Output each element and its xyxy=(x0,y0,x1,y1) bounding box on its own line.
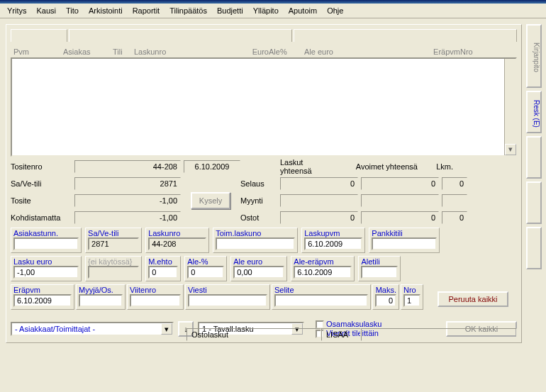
lbl-lkm: Lkm. xyxy=(418,162,453,171)
input-pankkitili[interactable] xyxy=(372,237,437,250)
input-toimlaskuno[interactable] xyxy=(216,237,295,250)
val-ostot-lkm: 0 xyxy=(442,211,467,224)
lbl-tositenro: Tositenro xyxy=(11,162,74,171)
col-asiakas: Asiakas xyxy=(63,47,113,56)
scrollbar[interactable]: ▾ xyxy=(504,59,516,155)
col-tili: Tili xyxy=(113,47,134,56)
col-pvm: Pvm xyxy=(13,47,63,56)
side-resk[interactable]: Resk (E) xyxy=(526,91,542,133)
status-bar: Ostolaskut LISÄÄ xyxy=(11,328,517,341)
lbl-mehto: M.ehto xyxy=(148,257,178,266)
tab-3[interactable] xyxy=(294,29,517,42)
val-myynti-a xyxy=(361,194,439,207)
lbl-ostot: Ostot xyxy=(240,213,280,222)
grid-header: Pvm Asiakas Tili Laskunro Euro Ale% Ale … xyxy=(11,43,517,57)
lbl-f-laskunro: Laskunro xyxy=(148,229,206,237)
invoice-list[interactable]: ▾ xyxy=(11,57,517,157)
lbl-f-savetili: Sa/Ve-tili xyxy=(88,229,139,237)
status-empty xyxy=(361,328,517,341)
lbl-laskut: Laskut yhteensä xyxy=(240,158,333,175)
input-eikaytossa xyxy=(88,266,139,279)
side-kirjanpito[interactable]: Kirjanpito xyxy=(526,24,542,88)
lbl-aletili: Aletili xyxy=(361,257,398,266)
side-btn-4[interactable] xyxy=(526,181,542,224)
val-savetili: 2871 xyxy=(74,177,181,190)
input-laskueuro[interactable] xyxy=(13,266,79,279)
input-selite[interactable] xyxy=(274,294,368,307)
kysely-button[interactable]: Kysely xyxy=(191,192,230,209)
col-aleeuro: Ale euro xyxy=(304,47,396,56)
input-nro[interactable] xyxy=(403,294,420,307)
right-toolbar: Kirjanpito Resk (E) xyxy=(526,24,542,343)
input-maks[interactable] xyxy=(375,294,396,307)
menu-aputoim[interactable]: Aputoim xyxy=(284,5,321,16)
menu-yllapito[interactable]: Ylläpito xyxy=(249,5,283,16)
val-ostot-l: 0 xyxy=(280,211,358,224)
val-myynti-lkm xyxy=(442,194,467,207)
lbl-viesti: Viesti xyxy=(188,286,267,294)
menu-tito[interactable]: Tito xyxy=(62,5,83,16)
val-tositenro: 44-208 xyxy=(74,160,181,173)
lbl-selaus: Selaus xyxy=(240,179,280,188)
lbl-avoimet: Avoimet yhteensä xyxy=(333,162,418,171)
lbl-asiakastunn: Asiakastunn. xyxy=(13,229,79,237)
lbl-viitenro: Viitenro xyxy=(130,286,181,294)
menu-arkistointi[interactable]: Arkistointi xyxy=(84,5,127,16)
col-euro: Euro xyxy=(233,47,269,56)
input-laskupvm[interactable] xyxy=(304,237,362,250)
val-selaus-a: 0 xyxy=(361,177,439,190)
input-mehto[interactable] xyxy=(148,266,178,279)
menu-yritys[interactable]: Yritys xyxy=(3,5,31,16)
lbl-pankkitili: Pankkitili xyxy=(372,229,437,237)
lbl-savetili: Sa/Ve-tili xyxy=(11,179,74,188)
side-btn-3[interactable] xyxy=(526,136,542,179)
input-erapvm[interactable] xyxy=(13,294,72,307)
input-aleerapvm[interactable] xyxy=(294,266,352,279)
input-myyjaos[interactable] xyxy=(79,294,123,307)
val-kohdistamatta: -1,00 xyxy=(74,211,181,224)
menu-ohje[interactable]: Ohje xyxy=(323,5,347,16)
lbl-kohdistamatta: Kohdistamatta xyxy=(11,213,74,222)
menu-budjetti[interactable]: Budjetti xyxy=(213,5,247,16)
main-panel: Pvm Asiakas Tili Laskunro Euro Ale% Ale … xyxy=(6,24,522,343)
col-laskunro: Laskunro xyxy=(134,47,233,56)
val-ostot-a: 0 xyxy=(361,211,439,224)
input-asiakastunn[interactable] xyxy=(13,237,79,250)
peruuta-button[interactable]: Peruuta kaikki xyxy=(438,291,508,307)
lbl-eikaytossa: {ei käytössä} xyxy=(88,257,139,266)
col-nro: Nro xyxy=(460,47,489,56)
lbl-aleerapvm: Ale-eräpvm xyxy=(294,257,352,266)
menu-tilinpaatos[interactable]: Tilinpäätös xyxy=(165,5,211,16)
lbl-alepct: Ale-% xyxy=(187,257,224,266)
lbl-erapvm: Eräpvm xyxy=(13,286,72,294)
val-myynti-l xyxy=(280,194,358,207)
input-savetili: 2871 xyxy=(88,237,139,250)
lbl-osamaksulasku: Osamaksulasku xyxy=(326,320,381,328)
val-tosite: -1,00 xyxy=(74,194,181,207)
tab-row xyxy=(11,29,517,42)
lbl-tosite: Tosite xyxy=(11,196,74,205)
lbl-nro: Nro xyxy=(403,286,420,294)
tab-1[interactable] xyxy=(11,29,67,42)
input-viesti[interactable] xyxy=(188,294,267,307)
lbl-maks: Maks. xyxy=(375,286,396,294)
input-aletili[interactable] xyxy=(361,266,398,279)
status-ostolaskut: Ostolaskut xyxy=(186,328,321,341)
scroll-down-icon[interactable]: ▾ xyxy=(505,144,516,155)
input-viitenro[interactable] xyxy=(130,294,181,307)
lbl-aleeuro: Ale euro xyxy=(233,257,284,266)
lbl-laskupvm: Laskupvm xyxy=(304,229,362,237)
menu-raportit[interactable]: Raportit xyxy=(128,5,165,16)
input-aleeuro[interactable] xyxy=(233,266,284,279)
val-selaus-l: 0 xyxy=(280,177,358,190)
lbl-laskueuro: Lasku euro xyxy=(13,257,79,266)
col-alepct: Ale% xyxy=(269,47,304,56)
col-erapvm: Eräpvm xyxy=(396,47,460,56)
input-alepct[interactable] xyxy=(187,266,224,279)
lbl-myyjaos: Myyjä/Os. xyxy=(79,286,123,294)
menu-kausi[interactable]: Kausi xyxy=(33,5,61,16)
val-tositenro-date: 6.10.2009 xyxy=(184,160,240,173)
tab-2[interactable] xyxy=(69,29,292,42)
side-btn-5[interactable] xyxy=(526,227,542,269)
lbl-selite: Selite xyxy=(274,286,368,294)
